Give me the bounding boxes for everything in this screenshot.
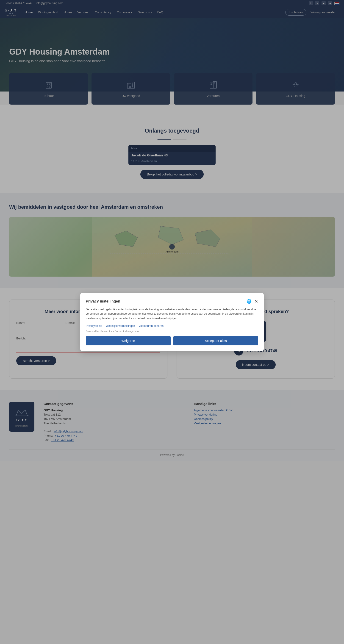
modal-overlay: Privacy instellingen 🌐 ✕ Deze site maakt… xyxy=(0,0,344,461)
privacy-link-privacybeleid[interactable]: Privacybeleid xyxy=(86,324,102,328)
modal-header-icons: 🌐 ✕ xyxy=(246,298,258,304)
modal-buttons: Weigeren Accepteer alles xyxy=(86,336,258,346)
modal-body: Deze site maakt gebruik van technologieë… xyxy=(86,307,258,320)
modal-close-button[interactable]: ✕ xyxy=(254,298,258,304)
modal-title: Privacy instellingen xyxy=(86,299,120,304)
privacy-link-legal[interactable]: Wettelijke vermeldingen xyxy=(106,324,135,328)
privacy-link-voorkeuren[interactable]: Voorkeuren beheren xyxy=(139,324,164,328)
modal-powered: Powered by Usercentrics Consent Manageme… xyxy=(86,330,258,332)
weigeren-button[interactable]: Weigeren xyxy=(86,336,170,346)
globe-icon[interactable]: 🌐 xyxy=(246,299,252,304)
modal-links: Privacybeleid Wettelijke vermeldingen Vo… xyxy=(86,324,258,328)
privacy-modal: Privacy instellingen 🌐 ✕ Deze site maakt… xyxy=(80,293,264,351)
modal-header: Privacy instellingen 🌐 ✕ xyxy=(86,298,258,304)
accepteer-button[interactable]: Accepteer alles xyxy=(174,336,258,346)
